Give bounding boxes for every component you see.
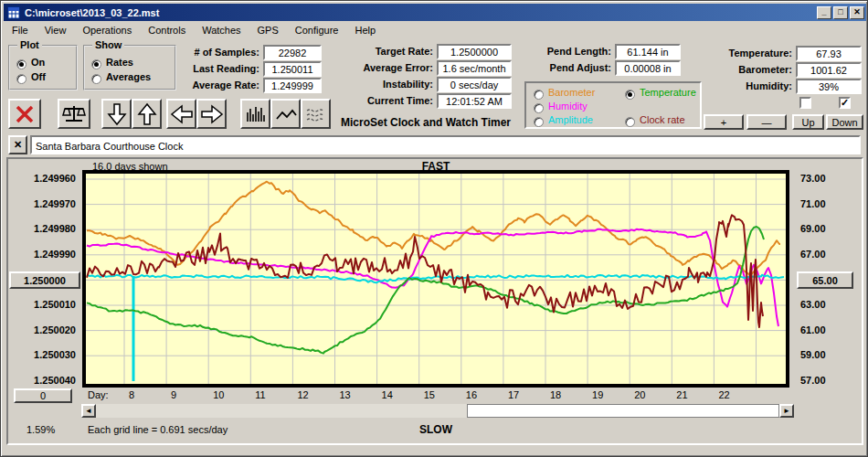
plot-groupbox: Plot On Off <box>8 45 78 90</box>
radio-icon <box>625 90 635 100</box>
day-tick: 21 <box>676 389 704 400</box>
left-axis-center-button[interactable]: 1.250000 <box>9 271 80 289</box>
delete-button[interactable] <box>8 99 41 129</box>
left-axis-label: 1.250010 <box>8 299 76 310</box>
day-tick: 9 <box>171 389 198 400</box>
left-checkbox[interactable] <box>799 97 811 109</box>
pend-length-value: 61.144 in <box>615 44 681 59</box>
app-icon <box>7 6 20 19</box>
up-button[interactable]: Up <box>792 114 824 130</box>
menu-help[interactable]: Help <box>347 23 385 37</box>
current-time-value: 12:01:52 AM <box>437 93 512 109</box>
day-tick: 18 <box>550 389 577 400</box>
plot-off-label: Off <box>31 71 46 82</box>
balance-button[interactable] <box>58 99 90 129</box>
histogram-view-button[interactable] <box>240 99 270 129</box>
window-title: C:\microset\2013_03_22.mst <box>25 7 159 18</box>
plot-off-radio[interactable]: Off <box>16 71 46 88</box>
title-bar[interactable]: C:\microset\2013_03_22.mst _ □ ✕ <box>4 4 866 21</box>
sensor-radio-clock-rate[interactable]: Clock rate <box>625 114 685 131</box>
left-axis-label: 1.249980 <box>8 223 76 234</box>
average-error-label: Average Error: <box>346 62 433 73</box>
clear-name-button[interactable]: ✕ <box>8 135 27 154</box>
last-reading-value: 1.250011 <box>263 61 322 77</box>
app-window: C:\microset\2013_03_22.mst _ □ ✕ File Vi… <box>0 0 868 457</box>
menu-watches[interactable]: Watches <box>194 23 249 37</box>
sensor-radio-temperature[interactable]: Temperature <box>625 87 696 103</box>
show-averages-radio[interactable]: Averages <box>91 71 151 88</box>
average-error-value: 1.6 sec/month <box>437 60 512 76</box>
slow-label: SLOW <box>82 423 789 436</box>
menu-operations[interactable]: Operations <box>74 23 140 37</box>
clock-name-field-wrap <box>30 135 861 154</box>
day-tick: 12 <box>297 389 324 400</box>
plot-on-label: On <box>31 57 45 68</box>
sensor-select-box: BarometerHumidityAmplitudeTemperatureClo… <box>524 81 702 129</box>
minimize-button[interactable]: _ <box>817 6 831 19</box>
sensor-radio-label: Clock rate <box>640 114 685 125</box>
left-axis-label: 1.250040 <box>8 375 76 386</box>
chart-plot[interactable] <box>86 174 786 384</box>
radio-icon <box>91 74 101 84</box>
menu-gps[interactable]: GPS <box>249 23 287 37</box>
current-time-label: Current Time: <box>346 95 433 106</box>
sensor-radio-amplitude[interactable]: Amplitude <box>534 114 593 131</box>
maximize-button[interactable]: □ <box>833 6 848 19</box>
pend-adjust-label: Pend Adjust: <box>522 62 611 73</box>
balance-scale-icon <box>62 103 86 125</box>
scroll-left-button[interactable] <box>166 99 196 129</box>
barometer-label: Barometer: <box>704 64 792 75</box>
day-tick: 15 <box>424 389 451 400</box>
average-rate-value: 1.249999 <box>263 78 322 93</box>
pend-length-label: Pend Length: <box>522 46 611 57</box>
scrollbar-left-arrow[interactable]: ◄ <box>81 404 96 418</box>
scroll-up-button[interactable] <box>132 99 162 129</box>
last-reading-label: Last Reading: <box>173 63 259 74</box>
line-view-button[interactable] <box>270 99 301 129</box>
radio-icon <box>91 59 101 69</box>
instability-value: 0 secs/day <box>437 77 512 92</box>
right-axis-center-button[interactable]: 65.00 <box>797 271 853 289</box>
scroll-down-button[interactable] <box>101 99 132 129</box>
wave-view-button[interactable] <box>301 99 331 129</box>
scrollbar-thumb[interactable] <box>467 404 779 418</box>
sensor-radio-label: Humidity <box>548 101 587 112</box>
radio-icon <box>534 103 544 113</box>
zoom-percent-label: 1.59% <box>26 424 55 435</box>
plus-button[interactable]: + <box>704 114 744 130</box>
red-x-icon <box>14 103 36 125</box>
minus-button[interactable]: — <box>746 114 787 130</box>
day-tick: 16 <box>466 389 493 400</box>
radio-icon <box>16 74 26 84</box>
menu-bar: File View Operations Controls Watches GP… <box>4 21 866 38</box>
sensor-radio-label: Barometer <box>548 87 595 98</box>
down-button[interactable]: Down <box>826 114 863 130</box>
day-tick: 20 <box>634 389 662 400</box>
menu-controls[interactable]: Controls <box>140 23 194 37</box>
close-button[interactable]: ✕ <box>850 6 864 19</box>
scrollbar-right-arrow[interactable]: ► <box>779 404 794 418</box>
right-axis-label: 59.00 <box>800 349 855 360</box>
right-axis-label: 61.00 <box>800 324 855 335</box>
pend-adjust-value: 0.00008 in <box>615 60 681 76</box>
left-axis-label: 1.249960 <box>8 173 76 184</box>
scroll-right-button[interactable] <box>196 99 227 129</box>
zero-button[interactable]: 0 <box>14 388 72 403</box>
right-arrow-icon <box>200 103 224 125</box>
day-tick: 19 <box>592 389 619 400</box>
instability-label: Instability: <box>346 79 433 90</box>
menu-file[interactable]: File <box>4 23 37 37</box>
temperature-value: 67.93 <box>796 46 862 61</box>
menu-view[interactable]: View <box>37 23 75 37</box>
radio-icon <box>625 117 635 127</box>
clock-name-input[interactable] <box>32 139 859 154</box>
show-averages-label: Averages <box>106 71 151 82</box>
day-tick: 13 <box>340 389 367 400</box>
right-checkbox[interactable]: ✓ <box>839 97 851 109</box>
radio-icon <box>534 117 544 127</box>
radio-icon <box>16 59 26 69</box>
menu-configure[interactable]: Configure <box>287 23 347 37</box>
right-axis-label: 67.00 <box>800 249 855 260</box>
radio-icon <box>534 90 544 100</box>
barometer-value: 1001.62 <box>796 62 862 78</box>
